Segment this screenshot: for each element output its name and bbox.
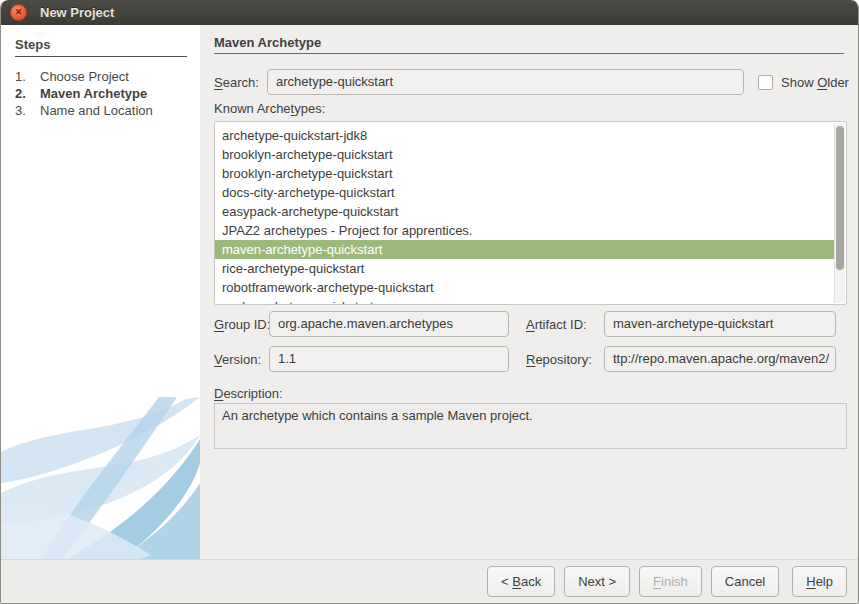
search-label: Search:	[214, 75, 259, 90]
group-id-label: Group ID:	[214, 317, 270, 332]
next-button[interactable]: Next >	[564, 566, 630, 597]
steps-separator	[15, 56, 187, 57]
cancel-button[interactable]: Cancel	[711, 566, 779, 597]
version-input[interactable]: 1.1	[269, 346, 509, 372]
list-scrollbar[interactable]	[834, 123, 845, 303]
dialog-button-bar: < Back Next > Finish Cancel Help	[1, 559, 858, 603]
group-id-input[interactable]: org.apache.maven.archetypes	[269, 311, 509, 337]
finish-button: Finish	[639, 566, 702, 597]
archetype-list-item[interactable]: robotframework-archetype-quickstart	[215, 278, 834, 297]
show-older-checkbox[interactable]	[758, 75, 773, 90]
repository-label: Repository:	[526, 352, 592, 367]
archetype-list-item[interactable]: rice-archetype-quickstart	[215, 259, 834, 278]
archetype-list-item[interactable]: brooklyn-archetype-quickstart	[215, 164, 834, 183]
wizard-swoosh-graphic	[1, 397, 200, 559]
version-label: Version:	[214, 352, 261, 367]
show-older-label[interactable]: Show Older	[781, 75, 849, 90]
window-title: New Project	[40, 5, 114, 20]
artifact-id-label: Artifact ID:	[526, 317, 587, 332]
close-icon: ✕	[15, 8, 23, 17]
archetype-list-item-selected[interactable]: maven-archetype-quickstart	[215, 240, 834, 259]
maven-archetype-step-panel: Maven Archetype Search: archetype-quicks…	[200, 25, 858, 559]
help-button[interactable]: Help	[792, 566, 847, 597]
description-label: Description:	[214, 386, 283, 401]
known-archetypes-list[interactable]: archetype-quickstart-jdk8 brooklyn-arche…	[214, 121, 847, 305]
archetype-list-item[interactable]: scala-archetype-quickstart	[215, 297, 834, 305]
steps-list: 1. Choose Project 2. Maven Archetype 3. …	[15, 68, 194, 119]
archetype-list-item[interactable]: docs-city-archetype-quickstart	[215, 183, 834, 202]
search-input[interactable]: archetype-quickstart	[267, 69, 744, 95]
archetype-list-item[interactable]: brooklyn-archetype-quickstart	[215, 145, 834, 164]
step-item-choose-project: 1. Choose Project	[15, 68, 194, 85]
repository-input[interactable]: ttp://repo.maven.apache.org/maven2/	[604, 346, 836, 372]
back-button[interactable]: < Back	[487, 566, 555, 597]
archetype-list-item[interactable]: easypack-archetype-quickstart	[215, 202, 834, 221]
step-item-name-and-location: 3. Name and Location	[15, 102, 194, 119]
step-item-maven-archetype: 2. Maven Archetype	[15, 85, 194, 102]
page-title: Maven Archetype	[214, 35, 321, 50]
artifact-id-input[interactable]: maven-archetype-quickstart	[604, 311, 836, 337]
archetype-list-item[interactable]: archetype-quickstart-jdk8	[215, 126, 834, 145]
steps-panel: Steps 1. Choose Project 2. Maven Archety…	[1, 25, 200, 559]
description-text-area[interactable]: An archetype which contains a sample Mav…	[214, 403, 847, 449]
archetype-list-item[interactable]: JPAZ2 archetypes - Project for apprentic…	[215, 221, 834, 240]
close-button[interactable]: ✕	[10, 4, 27, 21]
button-row: < Back Next > Finish Cancel Help	[487, 566, 847, 597]
title-separator	[214, 53, 844, 54]
steps-heading: Steps	[15, 37, 50, 52]
titlebar[interactable]: ✕ New Project	[1, 0, 858, 25]
list-scrollbar-thumb[interactable]	[836, 126, 844, 270]
new-project-dialog: ✕ New Project Steps 1. Choose Project 2.…	[0, 0, 859, 604]
known-archetypes-label: Known Archetypes:	[214, 101, 325, 116]
